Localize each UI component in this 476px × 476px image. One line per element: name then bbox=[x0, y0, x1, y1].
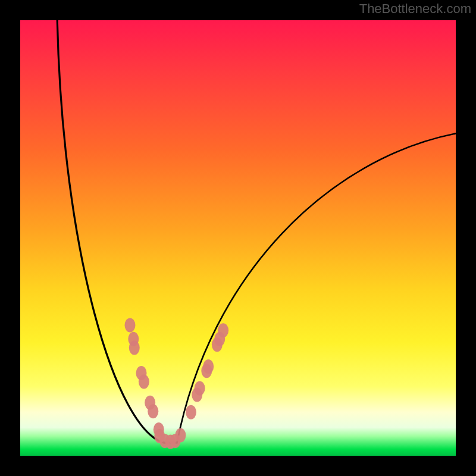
svg-point-13 bbox=[186, 405, 196, 419]
svg-point-15 bbox=[195, 381, 205, 396]
svg-point-6 bbox=[148, 404, 158, 418]
svg-point-20 bbox=[218, 323, 228, 337]
chart-frame: TheBottleneck.com bbox=[0, 0, 476, 476]
svg-point-17 bbox=[203, 359, 214, 374]
svg-point-12 bbox=[175, 428, 186, 443]
svg-point-2 bbox=[129, 340, 140, 355]
svg-point-0 bbox=[124, 318, 135, 332]
chart-svg bbox=[20, 20, 456, 456]
plot-area bbox=[20, 20, 456, 456]
svg-point-4 bbox=[139, 375, 149, 389]
gradient-background bbox=[20, 20, 456, 456]
watermark-text: TheBottleneck.com bbox=[359, 1, 471, 17]
